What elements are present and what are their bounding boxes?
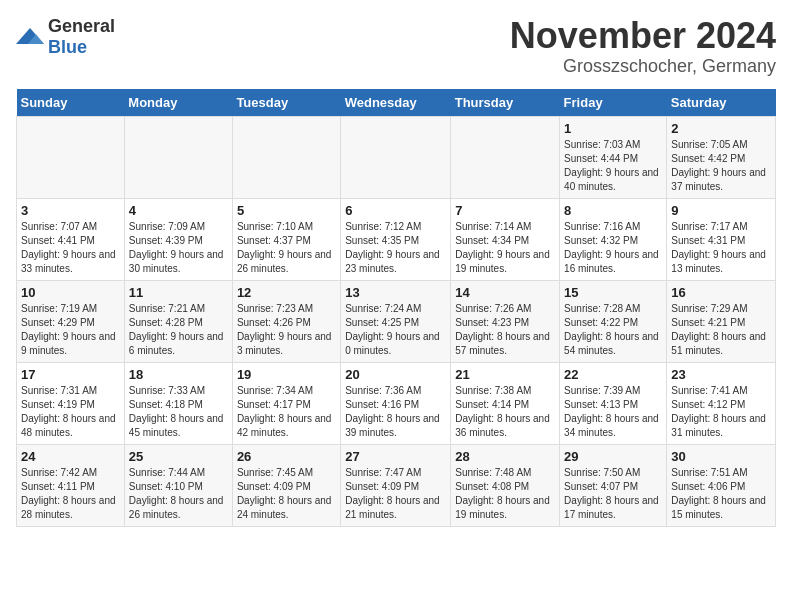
day-number: 6: [345, 203, 446, 218]
day-number: 24: [21, 449, 120, 464]
header-sunday: Sunday: [17, 89, 125, 117]
cell-week1-day7: 2Sunrise: 7:05 AM Sunset: 4:42 PM Daylig…: [667, 116, 776, 198]
day-info: Sunrise: 7:19 AM Sunset: 4:29 PM Dayligh…: [21, 302, 120, 358]
day-info: Sunrise: 7:34 AM Sunset: 4:17 PM Dayligh…: [237, 384, 336, 440]
cell-week4-day5: 21Sunrise: 7:38 AM Sunset: 4:14 PM Dayli…: [451, 362, 560, 444]
logo-blue: Blue: [48, 37, 87, 57]
day-info: Sunrise: 7:16 AM Sunset: 4:32 PM Dayligh…: [564, 220, 662, 276]
cell-week1-day1: [17, 116, 125, 198]
main-title: November 2024: [510, 16, 776, 56]
day-info: Sunrise: 7:12 AM Sunset: 4:35 PM Dayligh…: [345, 220, 446, 276]
day-number: 19: [237, 367, 336, 382]
day-number: 29: [564, 449, 662, 464]
cell-week3-day2: 11Sunrise: 7:21 AM Sunset: 4:28 PM Dayli…: [124, 280, 232, 362]
cell-week3-day7: 16Sunrise: 7:29 AM Sunset: 4:21 PM Dayli…: [667, 280, 776, 362]
day-number: 16: [671, 285, 771, 300]
day-number: 22: [564, 367, 662, 382]
day-number: 12: [237, 285, 336, 300]
week-row-1: 1Sunrise: 7:03 AM Sunset: 4:44 PM Daylig…: [17, 116, 776, 198]
day-info: Sunrise: 7:51 AM Sunset: 4:06 PM Dayligh…: [671, 466, 771, 522]
cell-week5-day6: 29Sunrise: 7:50 AM Sunset: 4:07 PM Dayli…: [560, 444, 667, 526]
cell-week2-day6: 8Sunrise: 7:16 AM Sunset: 4:32 PM Daylig…: [560, 198, 667, 280]
day-info: Sunrise: 7:09 AM Sunset: 4:39 PM Dayligh…: [129, 220, 228, 276]
cell-week5-day5: 28Sunrise: 7:48 AM Sunset: 4:08 PM Dayli…: [451, 444, 560, 526]
day-number: 25: [129, 449, 228, 464]
subtitle: Grosszschocher, Germany: [510, 56, 776, 77]
header-thursday: Thursday: [451, 89, 560, 117]
cell-week1-day4: [341, 116, 451, 198]
header-monday: Monday: [124, 89, 232, 117]
day-info: Sunrise: 7:44 AM Sunset: 4:10 PM Dayligh…: [129, 466, 228, 522]
header-saturday: Saturday: [667, 89, 776, 117]
header-tuesday: Tuesday: [232, 89, 340, 117]
week-row-2: 3Sunrise: 7:07 AM Sunset: 4:41 PM Daylig…: [17, 198, 776, 280]
day-info: Sunrise: 7:45 AM Sunset: 4:09 PM Dayligh…: [237, 466, 336, 522]
cell-week2-day4: 6Sunrise: 7:12 AM Sunset: 4:35 PM Daylig…: [341, 198, 451, 280]
day-number: 30: [671, 449, 771, 464]
cell-week4-day3: 19Sunrise: 7:34 AM Sunset: 4:17 PM Dayli…: [232, 362, 340, 444]
day-info: Sunrise: 7:07 AM Sunset: 4:41 PM Dayligh…: [21, 220, 120, 276]
day-info: Sunrise: 7:29 AM Sunset: 4:21 PM Dayligh…: [671, 302, 771, 358]
cell-week1-day2: [124, 116, 232, 198]
cell-week2-day2: 4Sunrise: 7:09 AM Sunset: 4:39 PM Daylig…: [124, 198, 232, 280]
logo-general: General: [48, 16, 115, 36]
week-row-5: 24Sunrise: 7:42 AM Sunset: 4:11 PM Dayli…: [17, 444, 776, 526]
day-number: 18: [129, 367, 228, 382]
day-info: Sunrise: 7:41 AM Sunset: 4:12 PM Dayligh…: [671, 384, 771, 440]
cell-week4-day7: 23Sunrise: 7:41 AM Sunset: 4:12 PM Dayli…: [667, 362, 776, 444]
cell-week2-day3: 5Sunrise: 7:10 AM Sunset: 4:37 PM Daylig…: [232, 198, 340, 280]
day-info: Sunrise: 7:23 AM Sunset: 4:26 PM Dayligh…: [237, 302, 336, 358]
day-number: 13: [345, 285, 446, 300]
day-number: 15: [564, 285, 662, 300]
day-number: 21: [455, 367, 555, 382]
day-number: 5: [237, 203, 336, 218]
day-number: 14: [455, 285, 555, 300]
day-info: Sunrise: 7:48 AM Sunset: 4:08 PM Dayligh…: [455, 466, 555, 522]
day-number: 27: [345, 449, 446, 464]
cell-week4-day6: 22Sunrise: 7:39 AM Sunset: 4:13 PM Dayli…: [560, 362, 667, 444]
logo: General Blue: [16, 16, 115, 58]
header-wednesday: Wednesday: [341, 89, 451, 117]
day-number: 3: [21, 203, 120, 218]
day-info: Sunrise: 7:47 AM Sunset: 4:09 PM Dayligh…: [345, 466, 446, 522]
day-info: Sunrise: 7:39 AM Sunset: 4:13 PM Dayligh…: [564, 384, 662, 440]
cell-week1-day6: 1Sunrise: 7:03 AM Sunset: 4:44 PM Daylig…: [560, 116, 667, 198]
cell-week2-day7: 9Sunrise: 7:17 AM Sunset: 4:31 PM Daylig…: [667, 198, 776, 280]
week-row-3: 10Sunrise: 7:19 AM Sunset: 4:29 PM Dayli…: [17, 280, 776, 362]
day-number: 1: [564, 121, 662, 136]
day-info: Sunrise: 7:33 AM Sunset: 4:18 PM Dayligh…: [129, 384, 228, 440]
header-row: SundayMondayTuesdayWednesdayThursdayFrid…: [17, 89, 776, 117]
day-info: Sunrise: 7:24 AM Sunset: 4:25 PM Dayligh…: [345, 302, 446, 358]
day-info: Sunrise: 7:38 AM Sunset: 4:14 PM Dayligh…: [455, 384, 555, 440]
cell-week4-day4: 20Sunrise: 7:36 AM Sunset: 4:16 PM Dayli…: [341, 362, 451, 444]
day-info: Sunrise: 7:17 AM Sunset: 4:31 PM Dayligh…: [671, 220, 771, 276]
cell-week5-day1: 24Sunrise: 7:42 AM Sunset: 4:11 PM Dayli…: [17, 444, 125, 526]
day-info: Sunrise: 7:03 AM Sunset: 4:44 PM Dayligh…: [564, 138, 662, 194]
week-row-4: 17Sunrise: 7:31 AM Sunset: 4:19 PM Dayli…: [17, 362, 776, 444]
cell-week4-day2: 18Sunrise: 7:33 AM Sunset: 4:18 PM Dayli…: [124, 362, 232, 444]
cell-week5-day7: 30Sunrise: 7:51 AM Sunset: 4:06 PM Dayli…: [667, 444, 776, 526]
calendar-header: SundayMondayTuesdayWednesdayThursdayFrid…: [17, 89, 776, 117]
day-number: 2: [671, 121, 771, 136]
cell-week3-day5: 14Sunrise: 7:26 AM Sunset: 4:23 PM Dayli…: [451, 280, 560, 362]
day-number: 26: [237, 449, 336, 464]
cell-week3-day4: 13Sunrise: 7:24 AM Sunset: 4:25 PM Dayli…: [341, 280, 451, 362]
cell-week3-day1: 10Sunrise: 7:19 AM Sunset: 4:29 PM Dayli…: [17, 280, 125, 362]
cell-week5-day2: 25Sunrise: 7:44 AM Sunset: 4:10 PM Dayli…: [124, 444, 232, 526]
cell-week1-day3: [232, 116, 340, 198]
cell-week3-day3: 12Sunrise: 7:23 AM Sunset: 4:26 PM Dayli…: [232, 280, 340, 362]
day-info: Sunrise: 7:21 AM Sunset: 4:28 PM Dayligh…: [129, 302, 228, 358]
day-number: 11: [129, 285, 228, 300]
cell-week5-day3: 26Sunrise: 7:45 AM Sunset: 4:09 PM Dayli…: [232, 444, 340, 526]
day-info: Sunrise: 7:28 AM Sunset: 4:22 PM Dayligh…: [564, 302, 662, 358]
calendar-body: 1Sunrise: 7:03 AM Sunset: 4:44 PM Daylig…: [17, 116, 776, 526]
cell-week2-day5: 7Sunrise: 7:14 AM Sunset: 4:34 PM Daylig…: [451, 198, 560, 280]
day-number: 23: [671, 367, 771, 382]
day-number: 7: [455, 203, 555, 218]
logo-icon: [16, 26, 44, 48]
day-info: Sunrise: 7:26 AM Sunset: 4:23 PM Dayligh…: [455, 302, 555, 358]
cell-week5-day4: 27Sunrise: 7:47 AM Sunset: 4:09 PM Dayli…: [341, 444, 451, 526]
day-info: Sunrise: 7:05 AM Sunset: 4:42 PM Dayligh…: [671, 138, 771, 194]
calendar-table: SundayMondayTuesdayWednesdayThursdayFrid…: [16, 89, 776, 527]
day-number: 20: [345, 367, 446, 382]
